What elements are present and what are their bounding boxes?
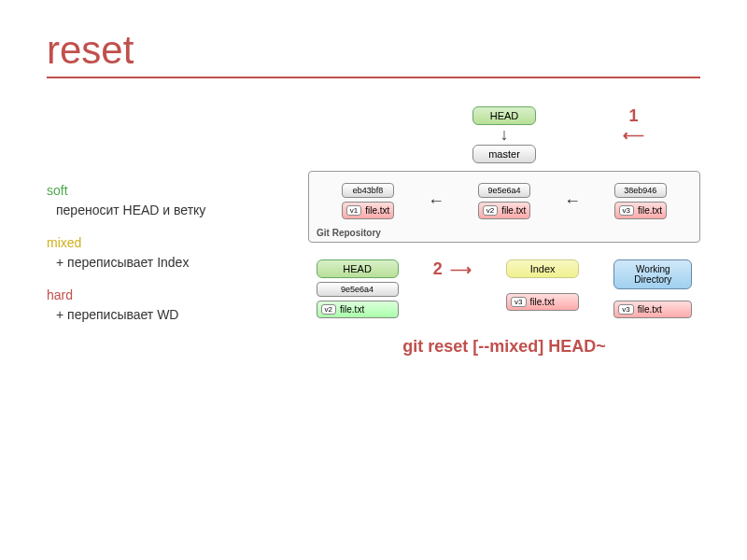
commit-hash: 9e5e6a4 [478,183,531,198]
mixed-label: mixed [47,233,289,253]
diagram-area: HEAD ↓ master 1 ⟵ eb43bf8 v1file.txt ← 9… [308,106,700,357]
version-tag: v3 [619,205,634,216]
master-branch: master [472,145,536,163]
version-tag: v2 [483,205,498,216]
title-rule [47,77,700,78]
file-name: file.txt [530,297,555,307]
arrow-down-icon: ↓ [500,125,509,145]
soft-desc: переносит HEAD и ветку [47,201,289,220]
file-name: file.txt [340,304,364,315]
git-repository: eb43bf8 v1file.txt ← 9e5e6a4 v2file.txt … [308,171,700,243]
version-tag: v3 [511,297,526,307]
commit-3: 38eb946 v3file.txt [614,183,668,219]
hard-label: hard [47,286,289,305]
commit-2: 9e5e6a4 v2file.txt [478,183,531,219]
arrow-left-icon: ← [564,191,581,211]
version-tag: v2 [321,304,336,315]
command-text: git reset [--mixed] HEAD~ [308,337,700,357]
commit-hash: eb43bf8 [342,183,395,198]
commit-hash: 38eb946 [614,183,668,198]
arrow-left-icon: ← [428,191,444,211]
step-1-label: 1 [628,106,638,125]
wd-area: Working Directory v3file.txt [613,259,692,318]
arrow-right-icon: ⟶ [450,260,472,278]
mixed-desc: + переписывает Index [47,253,289,273]
commit-1: eb43bf8 v1file.txt [342,183,395,219]
head-title: HEAD [317,259,399,278]
arrow-left-icon: ⟵ [623,127,644,143]
index-area: Index v3file.txt [506,259,579,311]
head-hash: 9e5e6a4 [317,282,399,297]
wd-title: Working Directory [613,259,692,289]
file-name: file.txt [638,205,662,216]
page-title: reset [47,28,700,73]
version-tag: v3 [618,304,633,315]
head-pointer: HEAD [472,106,536,125]
soft-label: soft [47,181,289,201]
file-name: file.txt [365,205,389,216]
mode-descriptions: soft переносит HEAD и ветку mixed + пере… [47,106,289,357]
index-title: Index [506,259,579,278]
repo-label: Git Repository [317,228,381,238]
hard-desc: + переписывает WD [47,305,289,325]
head-area: HEAD 9e5e6a4 v2file.txt [317,259,399,318]
file-name: file.txt [638,304,662,315]
file-name: file.txt [501,205,526,216]
version-tag: v1 [346,205,361,216]
step-2-label: 2 [433,259,443,279]
